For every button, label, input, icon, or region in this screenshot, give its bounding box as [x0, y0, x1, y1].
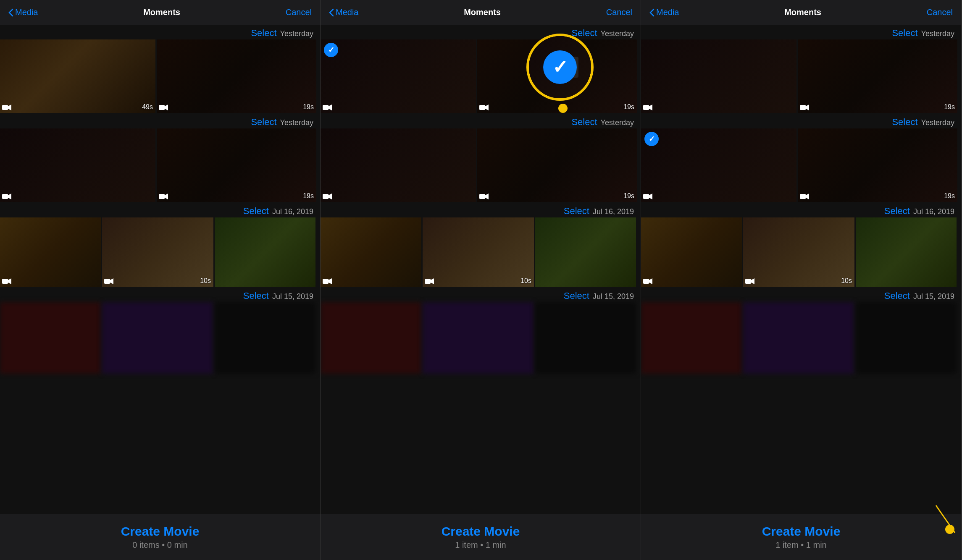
bottom-bar-1: Create Movie 0 items • 0 min	[0, 514, 320, 560]
thumb-p1-t2[interactable]: 19s	[157, 39, 316, 113]
thumb-p1-t3[interactable]	[0, 128, 155, 202]
svg-rect-14	[479, 105, 485, 110]
thumb-p2-t3[interactable]	[321, 128, 476, 202]
cancel-button-3[interactable]: Cancel	[927, 8, 953, 17]
select-row-2-p2: Select Yesterday	[321, 114, 641, 128]
thumb-p2-jul15-1[interactable]	[321, 302, 421, 374]
video-icon-jul16-p2-1	[323, 278, 332, 285]
svg-marker-5	[8, 194, 11, 199]
thumb-row-jul15-p1	[0, 302, 320, 375]
select-button-yesterday2-p1[interactable]: Select	[251, 117, 276, 128]
select-button-yesterday2-p2[interactable]: Select	[571, 117, 597, 128]
svg-rect-29	[643, 194, 649, 199]
nav-bar-1: Media Moments Cancel	[0, 0, 320, 25]
thumb-p1-jul15-2[interactable]	[102, 302, 213, 374]
create-movie-button-3[interactable]: Create Movie	[762, 524, 841, 539]
select-row-1-p2: Select Yesterday	[321, 25, 641, 39]
duration-p1-t2: 19s	[303, 103, 314, 111]
date-yesterday2-p3: Yesterday	[921, 118, 954, 127]
thumb-p3-jul15-2[interactable]	[743, 302, 854, 374]
thumb-p2-t2[interactable]: 19s	[477, 39, 637, 113]
back-button-3[interactable]: Media	[649, 8, 679, 17]
select-button-yesterday2-p3[interactable]: Select	[892, 117, 917, 128]
thumb-p1-jul16-2[interactable]: 10s	[102, 217, 213, 287]
svg-marker-3	[165, 105, 168, 110]
create-movie-button-2[interactable]: Create Movie	[442, 524, 520, 539]
moment-group-yesterday2-p2: Select Yesterday 19s	[321, 114, 641, 203]
thumb-p3-jul15-3[interactable]	[856, 302, 957, 374]
video-icon-p3-t3	[643, 193, 652, 200]
select-button-jul16-p2[interactable]: Select	[564, 206, 589, 217]
back-button-2[interactable]: Media	[329, 8, 358, 17]
select-button-yesterday1-p3[interactable]: Select	[892, 28, 917, 39]
date-jul15-p3: Jul 15, 2019	[913, 292, 954, 301]
select-button-jul15-p1[interactable]: Select	[243, 290, 269, 301]
create-movie-meta-3: 1 item • 1 min	[775, 540, 826, 550]
duration-p1-t1: 49s	[142, 103, 153, 111]
select-row-jul15-p2: Select Jul 15, 2019	[321, 288, 641, 302]
duration-p1-t4: 19s	[303, 192, 314, 200]
thumb-p3-jul15-1[interactable]	[641, 302, 742, 374]
date-yesterday1-p3: Yesterday	[921, 29, 954, 38]
svg-marker-21	[329, 278, 332, 284]
select-row-2-p3: Select Yesterday	[641, 114, 961, 128]
thumb-p1-jul16-3[interactable]	[215, 217, 315, 287]
thumb-p2-jul16-1[interactable]	[321, 217, 421, 287]
date-yesterday2-p1: Yesterday	[280, 118, 313, 127]
nav-title-3: Moments	[784, 8, 821, 17]
thumb-p3-t4[interactable]: 19s	[798, 128, 957, 202]
svg-marker-9	[8, 278, 11, 284]
thumb-p1-t4[interactable]: 19s	[157, 128, 316, 202]
moment-group-jul15-p1: Select Jul 15, 2019	[0, 288, 320, 375]
date-jul15-p1: Jul 15, 2019	[272, 292, 313, 301]
thumb-p2-t4[interactable]: 19s	[477, 128, 637, 202]
moment-group-jul15-p2: Select Jul 15, 2019	[321, 288, 641, 375]
thumb-p1-t1[interactable]: 49s	[0, 39, 155, 113]
duration-jul16-p2-2: 10s	[520, 277, 531, 285]
date-jul16-p2: Jul 16, 2019	[593, 207, 634, 216]
thumb-p3-jul16-2[interactable]: 10s	[743, 217, 854, 287]
thumb-p2-jul16-3[interactable]	[535, 217, 636, 287]
back-label-2: Media	[336, 8, 358, 17]
svg-rect-25	[643, 105, 649, 110]
svg-marker-23	[431, 278, 434, 284]
svg-rect-27	[800, 105, 806, 110]
select-button-jul16-p1[interactable]: Select	[243, 206, 269, 217]
thumb-p3-t1[interactable]	[641, 39, 796, 113]
thumb-p2-jul15-3[interactable]	[535, 302, 636, 374]
panel-2: Media Moments Cancel Select Yesterday 19…	[321, 0, 641, 560]
svg-rect-12	[323, 105, 329, 110]
thumb-p1-jul15-1[interactable]	[0, 302, 101, 374]
select-button-jul16-p3[interactable]: Select	[884, 206, 910, 217]
thumb-p2-jul15-2[interactable]	[423, 302, 534, 374]
select-button-jul15-p2[interactable]: Select	[564, 290, 589, 301]
video-icon-jul16-p3-2	[745, 278, 754, 285]
back-button-1[interactable]: Media	[8, 8, 38, 17]
moment-group-yesterday1-p1: Select Yesterday 49s 19s	[0, 25, 320, 114]
thumb-p2-jul16-2[interactable]: 10s	[423, 217, 534, 287]
thumb-row-jul16-p3: 10s	[641, 217, 961, 288]
thumb-row-jul15-p3	[641, 302, 961, 375]
duration-p2-t4: 19s	[623, 192, 634, 200]
select-row-jul16-p3: Select Jul 16, 2019	[641, 203, 961, 217]
thumb-row-yesterday2-p1: 19s	[0, 128, 320, 203]
svg-rect-6	[159, 194, 165, 199]
nav-title-2: Moments	[464, 8, 501, 17]
cancel-button-2[interactable]: Cancel	[606, 8, 632, 17]
thumb-p3-jul16-3[interactable]	[856, 217, 957, 287]
thumb-p3-jul16-1[interactable]	[641, 217, 742, 287]
nav-title-1: Moments	[143, 8, 180, 17]
thumb-row-yesterday2-p3: 19s	[641, 128, 961, 203]
select-button-jul15-p3[interactable]: Select	[884, 290, 910, 301]
video-icon-p3-t2	[800, 104, 809, 111]
cancel-button-1[interactable]: Cancel	[286, 8, 312, 17]
thumb-p2-t1-selected[interactable]	[321, 39, 476, 113]
select-row-jul15-p3: Select Jul 15, 2019	[641, 288, 961, 302]
select-button-yesterday1-p2[interactable]: Select	[571, 28, 597, 39]
thumb-p3-t3-selected[interactable]	[641, 128, 796, 202]
create-movie-button-1[interactable]: Create Movie	[121, 524, 200, 539]
thumb-p3-t2[interactable]: 19s	[798, 39, 957, 113]
thumb-p1-jul16-1[interactable]	[0, 217, 101, 287]
select-button-yesterday1-p1[interactable]: Select	[251, 28, 276, 39]
thumb-p1-jul15-3[interactable]	[215, 302, 315, 374]
